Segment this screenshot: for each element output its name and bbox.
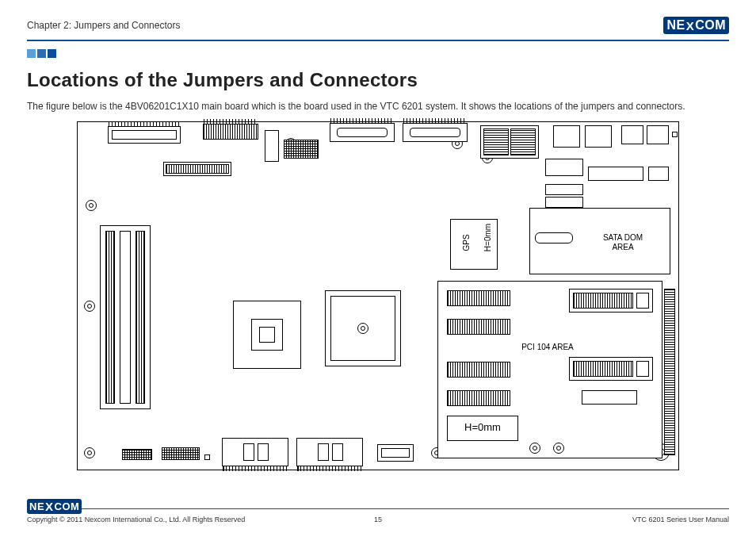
board-diagram: GPS H=0mm SATA DOM AREA PCI 104 AREA H=0… — [77, 121, 679, 470]
expansion-connector — [569, 357, 653, 381]
section-marker — [27, 49, 729, 58]
dimm-area — [100, 225, 151, 409]
copyright-text: Copyright © 2011 Nexcom International Co… — [27, 516, 245, 523]
page-heading: Locations of the Jumpers and Connectors — [27, 69, 729, 91]
edge-connector — [664, 289, 675, 455]
footer-logo-left: NE — [29, 500, 44, 512]
gps-h0-label: H=0mm — [483, 220, 492, 256]
logo-text-x: X — [686, 19, 695, 33]
manual-title: VTC 6201 Series User Manual — [632, 516, 729, 523]
page-number: 15 — [374, 516, 382, 523]
bottom-port — [296, 438, 363, 466]
component-block — [588, 167, 643, 181]
brand-logo: NE X COM — [663, 17, 729, 34]
logo-text-left: NE — [666, 18, 685, 33]
h0-label: H=0mm — [455, 422, 510, 433]
component-block — [545, 159, 583, 176]
dsub-connector — [330, 123, 395, 142]
port-block — [553, 125, 580, 148]
pci104-connector — [447, 290, 510, 306]
sata-dom-label-1: SATA DOM — [591, 233, 655, 242]
top-connector — [108, 126, 181, 144]
mount-hole — [84, 301, 95, 312]
chip — [325, 290, 401, 366]
bottom-port — [222, 438, 288, 466]
connector-strip — [582, 390, 637, 405]
footer-logo-right: COM — [55, 500, 80, 512]
component-block — [648, 167, 669, 181]
component-block — [545, 197, 583, 208]
mount-hole — [84, 447, 95, 458]
port-block — [621, 125, 643, 144]
dsub-connector — [403, 123, 468, 142]
component-block — [163, 162, 231, 176]
marker-square-1 — [27, 49, 36, 58]
component-block — [545, 184, 583, 195]
chip — [233, 301, 301, 369]
pad — [204, 454, 210, 460]
header-small — [265, 130, 279, 162]
mount-hole — [86, 200, 97, 211]
pci104-connector — [447, 390, 510, 406]
marker-square-3 — [48, 49, 56, 58]
mount-hole — [529, 443, 540, 454]
gps-label: GPS — [462, 236, 471, 251]
marker-square-2 — [37, 49, 46, 58]
bottom-connector — [377, 444, 414, 462]
footer-logo-x: X — [45, 500, 54, 513]
pci104-connector — [447, 319, 510, 335]
pad — [672, 132, 678, 137]
header-rule — [27, 40, 729, 41]
mount-hole — [553, 443, 564, 454]
rj-block — [480, 125, 539, 159]
sata-dom-label-2: AREA — [591, 243, 655, 251]
logo-text-right: COM — [695, 18, 726, 33]
footer-logo: NE X COM — [27, 499, 82, 514]
expansion-connector — [569, 289, 653, 313]
chapter-title: Chapter 2: Jumpers and Connectors — [27, 20, 180, 31]
port-block — [585, 125, 612, 148]
top-connector — [203, 124, 258, 140]
pci-104-label: PCI 104 AREA — [512, 343, 583, 351]
pin-header — [284, 140, 319, 159]
pin-header — [162, 447, 200, 460]
port-block — [647, 125, 669, 144]
intro-paragraph: The figure below is the 4BV06201C1X10 ma… — [27, 99, 729, 113]
pin-header — [122, 449, 152, 460]
pci104-connector — [447, 362, 510, 378]
